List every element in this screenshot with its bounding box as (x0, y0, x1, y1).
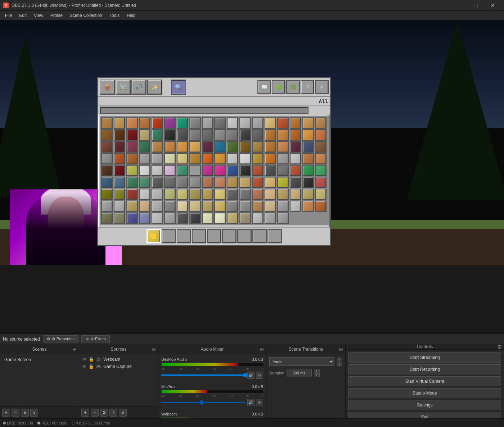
mc-item[interactable] (177, 212, 188, 224)
mc-item[interactable] (101, 212, 113, 224)
audio-settings-desktop[interactable]: ⚙ (256, 372, 263, 379)
menu-file[interactable]: File (2, 12, 15, 19)
duration-up-button[interactable]: ▲ (314, 369, 320, 373)
mc-item[interactable] (277, 117, 289, 129)
mc-item[interactable] (152, 177, 163, 188)
settings-button[interactable]: Settings (348, 400, 501, 410)
remove-scene-button[interactable]: − (12, 409, 19, 417)
mc-item[interactable] (227, 165, 238, 176)
mc-toolbar-book[interactable]: 📖 (257, 80, 271, 94)
source-item-webcam[interactable]: 👁 🔒 🎥 Webcam (81, 356, 157, 363)
mc-item[interactable] (177, 189, 188, 200)
mc-item[interactable] (152, 141, 163, 153)
start-streaming-button[interactable]: Start Streaming (348, 352, 501, 363)
mc-search-input[interactable] (100, 107, 309, 114)
mc-item[interactable] (164, 212, 176, 224)
mc-item[interactable] (265, 177, 276, 188)
mc-item[interactable] (227, 201, 238, 212)
start-virtual-camera-button[interactable]: Start Virtual Camera (348, 376, 501, 386)
mc-item[interactable] (302, 129, 314, 141)
mc-item[interactable] (239, 177, 251, 188)
mc-toolbar-plant[interactable]: 🌿 (286, 80, 300, 94)
menu-tools[interactable]: Tools (107, 12, 122, 19)
mc-item[interactable] (202, 212, 213, 224)
mc-item[interactable] (177, 177, 188, 188)
mc-item[interactable] (101, 117, 113, 129)
mc-toolbar-fish[interactable]: 🎣 (131, 80, 147, 95)
volume-slider-mic[interactable] (161, 402, 246, 403)
menu-profile[interactable]: Profile (48, 12, 66, 19)
mc-item[interactable] (214, 117, 226, 129)
mc-item[interactable] (152, 165, 163, 176)
move-source-up-button[interactable]: ∧ (109, 409, 117, 417)
menu-view[interactable]: View (31, 12, 46, 19)
mc-item[interactable] (139, 117, 150, 129)
lock-icon[interactable]: 🔒 (89, 357, 94, 362)
mc-item[interactable] (114, 141, 125, 153)
mc-item[interactable] (227, 189, 238, 200)
start-recording-button[interactable]: Start Recording (348, 364, 501, 374)
mc-item[interactable] (227, 153, 238, 165)
mc-item[interactable] (101, 189, 113, 200)
eye-icon[interactable]: 👁 (82, 364, 86, 369)
minimize-button[interactable]: — (451, 0, 468, 11)
mc-item[interactable] (114, 212, 125, 224)
mc-item[interactable] (189, 165, 201, 176)
mc-item[interactable] (265, 153, 276, 165)
mc-item[interactable] (152, 117, 163, 129)
mc-item[interactable] (290, 129, 301, 141)
mc-item[interactable] (126, 212, 138, 224)
mc-item[interactable] (164, 141, 176, 153)
mc-item[interactable] (101, 201, 113, 212)
duration-input[interactable] (287, 369, 312, 377)
mc-item[interactable] (315, 117, 327, 129)
mc-item[interactable] (315, 153, 327, 165)
mc-hotbar-slot-6[interactable] (222, 229, 237, 243)
mc-item[interactable] (214, 129, 226, 141)
mc-item[interactable] (214, 177, 226, 188)
mc-item[interactable] (239, 117, 251, 129)
mc-item[interactable] (277, 129, 289, 141)
maximize-button[interactable]: □ (468, 0, 485, 11)
mc-item[interactable] (114, 165, 125, 176)
mc-item[interactable] (252, 165, 264, 176)
mc-item[interactable] (202, 165, 213, 176)
mc-item[interactable] (114, 201, 125, 212)
mc-item[interactable] (139, 189, 150, 200)
mc-item[interactable] (214, 189, 226, 200)
mc-item[interactable] (315, 129, 327, 141)
mc-toolbar-wood[interactable]: 🪵 (100, 80, 115, 95)
mc-item[interactable] (315, 189, 327, 200)
mc-item[interactable] (290, 117, 301, 129)
mc-item[interactable] (114, 153, 125, 165)
mc-item[interactable] (126, 177, 138, 188)
mc-toolbar-help[interactable]: ? (301, 80, 314, 94)
mc-item[interactable] (177, 141, 188, 153)
mc-item[interactable] (239, 153, 251, 165)
mc-item[interactable] (239, 201, 251, 212)
mc-item[interactable] (164, 177, 176, 188)
mc-hotbar-slot-5[interactable] (207, 229, 221, 243)
mc-item[interactable] (239, 165, 251, 176)
remove-source-button[interactable]: − (91, 409, 99, 417)
mc-item[interactable] (277, 153, 289, 165)
mc-toolbar-enchant[interactable]: ✨ (147, 80, 162, 95)
mc-item[interactable] (126, 201, 138, 212)
mc-toolbar-close[interactable]: ✕ (315, 80, 329, 94)
mc-item[interactable] (189, 201, 201, 212)
mc-item[interactable] (302, 189, 314, 200)
mc-item[interactable] (114, 129, 125, 141)
mc-item[interactable] (214, 165, 226, 176)
properties-button[interactable]: ⚙ ⚙ Properties (43, 335, 78, 343)
mc-item[interactable] (126, 141, 138, 153)
mc-item[interactable] (265, 212, 276, 224)
mc-item[interactable] (164, 189, 176, 200)
mc-item[interactable] (302, 117, 314, 129)
mc-item[interactable] (139, 177, 150, 188)
mc-item[interactable] (164, 117, 176, 129)
mc-hotbar-slot-9[interactable] (267, 229, 282, 243)
mc-item[interactable] (177, 153, 188, 165)
mc-item[interactable] (277, 177, 289, 188)
mc-item[interactable] (152, 189, 163, 200)
mc-item[interactable] (315, 177, 327, 188)
